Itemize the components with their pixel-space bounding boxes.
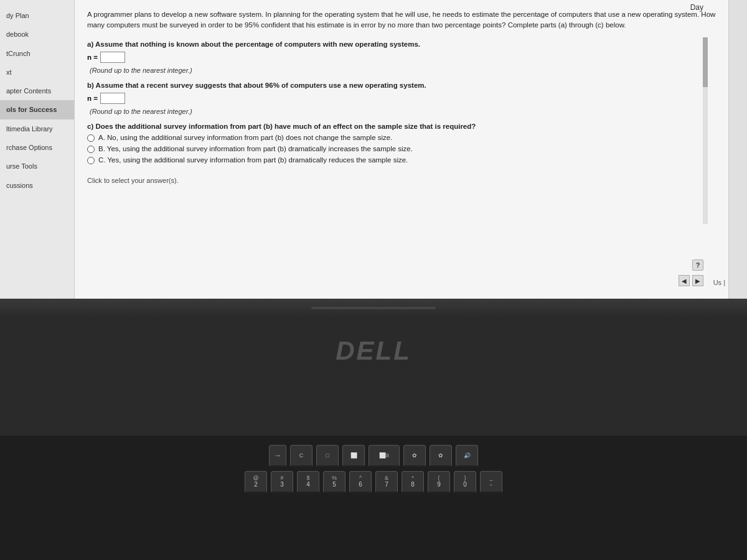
key-percent-5[interactable]: % 5 <box>323 471 345 493</box>
part-a-input[interactable] <box>100 52 125 63</box>
key-lparen-9[interactable]: ( 9 <box>428 471 450 493</box>
key-star-top: * <box>411 475 414 482</box>
laptop-body: DELL → C □ ⬜ ⬜II ✿ ✿ 🔊 @ 2 # 3 $ 4 <box>0 299 747 560</box>
key-3-bot: 3 <box>280 481 284 488</box>
question-text: A programmer plans to develop a new soft… <box>87 9 716 31</box>
main-content: Day A programmer plans to develop a new … <box>75 0 728 299</box>
part-b-input-row: n = <box>87 93 716 104</box>
key-6-bot: 6 <box>359 481 362 488</box>
help-button[interactable]: ? <box>692 259 703 271</box>
key-arrow-right[interactable]: → <box>269 445 286 467</box>
part-c-label: c) Does the additional survey informatio… <box>87 123 716 130</box>
key-rparen-top: ) <box>464 475 466 482</box>
part-a-input-row: n = <box>87 52 716 63</box>
part-a-round-note: (Round up to the nearest integer.) <box>90 67 716 74</box>
key-volume[interactable]: 🔊 <box>456 445 478 467</box>
sidebar-item-dy-plan[interactable]: dy Plan <box>0 6 74 25</box>
right-panel <box>728 0 747 299</box>
prev-arrow-button[interactable]: ◀ <box>679 275 690 286</box>
part-a-label: a) Assume that nothing is known about th… <box>87 40 716 48</box>
key-0-bot: 0 <box>463 481 467 488</box>
key-at-2[interactable]: @ 2 <box>245 471 267 493</box>
click-note: Click to select your answer(s). <box>87 177 716 184</box>
next-arrow-button[interactable]: ▶ <box>692 275 703 286</box>
scroll-thumb[interactable] <box>703 37 708 87</box>
key-amp-top: & <box>385 475 388 482</box>
option-c-text: C. Yes, using the additional survey info… <box>98 156 408 164</box>
radio-circle-b <box>87 146 95 153</box>
sidebar: dy Plan debook tCrunch xt apter Contents… <box>0 0 75 299</box>
key-hash-top: # <box>280 475 283 482</box>
key-windows[interactable]: ⬜ <box>342 445 365 467</box>
screen-area: dy Plan debook tCrunch xt apter Contents… <box>0 0 747 299</box>
key-dual-rect[interactable]: ⬜II <box>369 445 400 467</box>
key-gear1[interactable]: ✿ <box>403 445 426 467</box>
key-c[interactable]: C <box>290 445 312 467</box>
key-7-bot: 7 <box>385 481 388 488</box>
sidebar-item-ltimedia-library[interactable]: ltimedia Library <box>0 119 74 138</box>
part-b-n-label: n = <box>87 95 98 102</box>
radio-option-c[interactable]: C. Yes, using the additional survey info… <box>87 156 716 164</box>
key-hash-3[interactable]: # 3 <box>271 471 293 493</box>
hinge-area <box>0 299 747 317</box>
sidebar-item-tcrunch[interactable]: tCrunch <box>0 44 74 63</box>
key-amp-7[interactable]: & 7 <box>375 471 398 493</box>
keyboard-area: → C □ ⬜ ⬜II ✿ ✿ 🔊 @ 2 # 3 $ 4 % <box>0 436 747 560</box>
key-caret-top: ^ <box>359 475 362 482</box>
sidebar-item-cussions[interactable]: cussions <box>0 176 74 195</box>
sidebar-item-xt[interactable]: xt <box>0 63 74 82</box>
option-b-text: B. Yes, using the additional survey info… <box>98 145 413 152</box>
radio-option-b[interactable]: B. Yes, using the additional survey info… <box>87 145 716 153</box>
part-b-round-note: (Round up to the nearest integer.) <box>90 108 716 115</box>
key-dollar-4[interactable]: $ 4 <box>297 471 319 493</box>
option-a-text: A. No, using the additional survey infor… <box>98 134 392 141</box>
part-a-n-label: n = <box>87 54 98 61</box>
day-label: Day <box>690 3 703 12</box>
part-b: b) Assume that a recent survey suggests … <box>87 82 716 115</box>
scrollbar[interactable] <box>703 37 708 224</box>
hinge-line <box>311 307 436 309</box>
sidebar-item-apter-contents[interactable]: apter Contents <box>0 82 74 100</box>
radio-circle-a <box>87 134 95 142</box>
dell-logo: DELL <box>336 336 411 366</box>
key-square[interactable]: □ <box>316 445 339 467</box>
key-caret-6[interactable]: ^ 6 <box>349 471 372 493</box>
key-2-bot: 2 <box>254 481 258 488</box>
key-star-8[interactable]: * 8 <box>402 471 424 493</box>
part-c: c) Does the additional survey informatio… <box>87 123 716 164</box>
sidebar-item-ols-for-success[interactable]: ols for Success <box>0 100 74 119</box>
sidebar-item-debook[interactable]: debook <box>0 25 74 44</box>
key-at-top: @ <box>253 475 258 482</box>
sidebar-item-rchase-options[interactable]: rchase Options <box>0 138 74 157</box>
us-label: Us | <box>713 279 725 286</box>
key-minus-bot: - <box>490 481 492 488</box>
nav-arrows: ◀ ▶ <box>679 275 703 286</box>
key-9-bot: 9 <box>437 481 441 488</box>
radio-option-a[interactable]: A. No, using the additional survey infor… <box>87 134 716 142</box>
key-underscore-top: _ <box>489 475 492 482</box>
key-gear2[interactable]: ✿ <box>430 445 452 467</box>
sidebar-item-urse-tools[interactable]: urse Tools <box>0 157 74 175</box>
keyboard-fn-row: → C □ ⬜ ⬜II ✿ ✿ 🔊 <box>12 445 735 467</box>
key-underscore-minus[interactable]: _ - <box>480 471 502 493</box>
key-dollar-top: $ <box>306 475 309 482</box>
key-8-bot: 8 <box>411 481 415 488</box>
part-b-input[interactable] <box>100 93 125 104</box>
keyboard-number-row: @ 2 # 3 $ 4 % 5 ^ 6 & 7 <box>12 471 735 493</box>
radio-circle-c <box>87 157 95 164</box>
key-5-bot: 5 <box>332 481 336 488</box>
key-percent-top: % <box>332 475 337 482</box>
key-rparen-0[interactable]: ) 0 <box>454 471 476 493</box>
key-lparen-top: ( <box>438 475 440 482</box>
part-b-label: b) Assume that a recent survey suggests … <box>87 82 716 89</box>
key-4-bot: 4 <box>306 481 310 488</box>
